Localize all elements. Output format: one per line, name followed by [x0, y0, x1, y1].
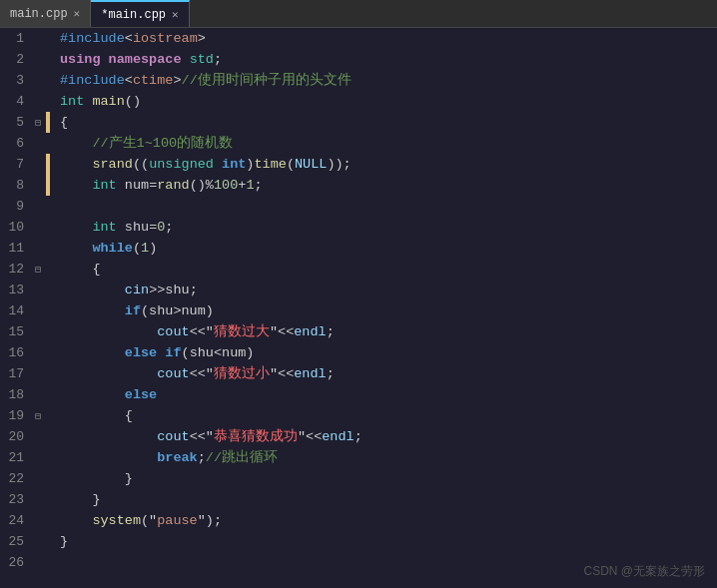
- tab-close-icon[interactable]: ✕: [74, 7, 81, 20]
- code-line-3: #include<ctime>//使用时间种子用的头文件: [60, 70, 717, 91]
- code-line-5: {: [60, 112, 717, 133]
- editor-container: main.cpp ✕ *main.cpp ✕ 1 2: [0, 0, 717, 588]
- code-line-13: cin>>shu;: [60, 280, 717, 300]
- line-number-row: 11: [0, 238, 52, 259]
- code-line-4: int main(): [60, 91, 717, 112]
- line-number-row: 12 ⊟: [0, 259, 52, 280]
- code-line-16: else if(shu<num): [60, 342, 717, 363]
- code-line-9: [60, 196, 717, 217]
- line-number-row: 24: [0, 510, 52, 531]
- code-line-24: system("pause");: [60, 510, 717, 531]
- line-number-row: 23: [0, 489, 52, 510]
- line-number-row: 7: [0, 154, 52, 175]
- code-line-19: {: [60, 405, 717, 426]
- line-number-row: 19 ⊟: [0, 405, 52, 426]
- tab-bar: main.cpp ✕ *main.cpp ✕: [0, 0, 717, 28]
- yellow-bar: [46, 112, 50, 133]
- code-line-18: else: [60, 384, 717, 405]
- watermark: CSDN @无案族之劳形: [583, 563, 705, 580]
- line-number-row: 8: [0, 175, 52, 196]
- line-number-row: 18: [0, 384, 52, 405]
- code-line-25: }: [60, 531, 717, 552]
- line-number-row: 22: [0, 468, 52, 489]
- line-number-row: 21: [0, 447, 52, 468]
- line-number-row: 16: [0, 342, 52, 363]
- code-content[interactable]: #include<iostream> using namespace std; …: [52, 28, 717, 588]
- line-number-row: 17: [0, 363, 52, 384]
- editor-wrapper: 1 2 3 4: [0, 28, 717, 588]
- line-number-row: 10: [0, 217, 52, 238]
- yellow-bar: [46, 154, 50, 175]
- line-numbers: 1 2 3 4: [0, 28, 52, 588]
- code-line-14: if(shu>num): [60, 300, 717, 321]
- line-number-row: 1: [0, 28, 52, 49]
- line-number-row: 9: [0, 196, 52, 217]
- tab-close-modified-icon[interactable]: ✕: [172, 8, 179, 21]
- tab-label: main.cpp: [10, 7, 68, 21]
- line-number-row: 25: [0, 531, 52, 552]
- line-number-row: 2: [0, 49, 52, 70]
- code-line-21: break;//跳出循环: [60, 447, 717, 468]
- code-line-6: //产生1~100的随机数: [60, 133, 717, 154]
- code-line-10: int shu=0;: [60, 217, 717, 238]
- code-line-22: }: [60, 468, 717, 489]
- line-number-row: 26: [0, 552, 52, 573]
- line-number-row: 4: [0, 91, 52, 112]
- code-line-23: }: [60, 489, 717, 510]
- line-number-row: 13: [0, 280, 52, 300]
- fold-icon[interactable]: ⊟: [35, 117, 41, 129]
- code-line-11: while(1): [60, 238, 717, 259]
- line-number-row: 3: [0, 70, 52, 91]
- code-line-7: srand((unsigned int)time(NULL));: [60, 154, 717, 175]
- line-number-row: 14: [0, 300, 52, 321]
- code-line-12: {: [60, 259, 717, 280]
- line-number-row: 5 ⊟: [0, 112, 52, 133]
- tab-label-modified: *main.cpp: [101, 8, 166, 22]
- code-line-1: #include<iostream>: [60, 28, 717, 49]
- code-line-15: cout<<"猜数过大"<<endl;: [60, 321, 717, 342]
- code-line-8: int num=rand()%100+1;: [60, 175, 717, 196]
- line-number-row: 6: [0, 133, 52, 154]
- code-area[interactable]: 1 2 3 4: [0, 28, 717, 588]
- code-line-17: cout<<"猜数过小"<<endl;: [60, 363, 717, 384]
- tab-main-cpp-modified[interactable]: *main.cpp ✕: [91, 0, 189, 27]
- fold-icon[interactable]: ⊟: [35, 264, 41, 276]
- code-line-2: using namespace std;: [60, 49, 717, 70]
- line-number-row: 15: [0, 321, 52, 342]
- yellow-bar: [46, 175, 50, 196]
- line-number-row: 20: [0, 426, 52, 447]
- fold-icon[interactable]: ⊟: [35, 410, 41, 422]
- tab-main-cpp[interactable]: main.cpp ✕: [0, 0, 91, 27]
- code-line-20: cout<<"恭喜猜数成功"<<endl;: [60, 426, 717, 447]
